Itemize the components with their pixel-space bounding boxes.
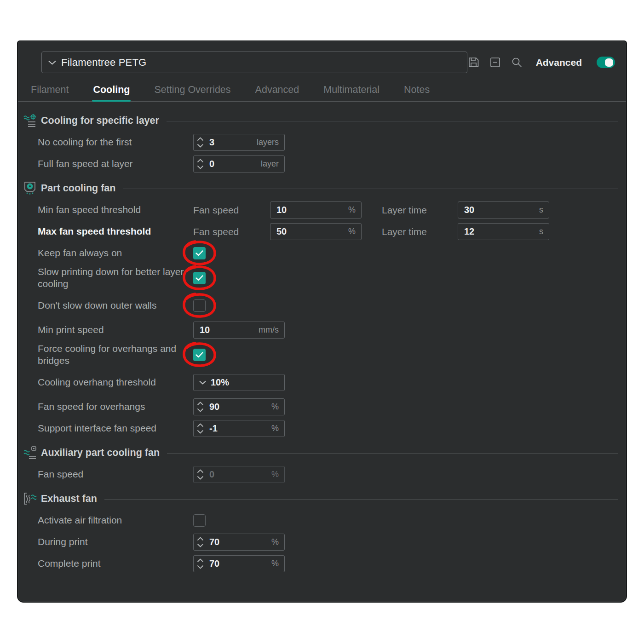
setting-label: Cooling overhang threshold [38, 376, 193, 388]
spinner-arrows-icon[interactable] [194, 558, 207, 569]
setting-label: Fan speed for overhangs [38, 401, 193, 413]
setting-label: Support interface fan speed [38, 422, 193, 434]
cooling-overhang-threshold-select[interactable]: 10% [193, 374, 285, 391]
chevron-down-icon [48, 60, 56, 65]
force-cooling-overhangs-checkbox[interactable] [193, 349, 206, 361]
input-value: 10 [276, 205, 287, 215]
input-value: 10 [200, 325, 210, 335]
checkbox-wrap [193, 514, 206, 527]
save-icon[interactable] [467, 56, 480, 69]
check-icon [196, 275, 203, 281]
dont-slow-outer-walls-checkbox[interactable] [193, 299, 206, 312]
input-value: 50 [276, 226, 287, 237]
setting-label: Fan speed [38, 468, 193, 480]
selected-option: 10% [211, 377, 229, 388]
input-value: 70 [209, 537, 219, 547]
setting-label: Max fan speed threshold [38, 225, 193, 237]
setting-label: Keep fan always on [38, 247, 193, 259]
setting-row-no-cooling-first: No cooling for the first 3 layers [18, 132, 622, 153]
setting-row-during-print: During print 70 % [18, 531, 622, 553]
max-threshold-layer-time-input[interactable]: 12 s [458, 223, 549, 240]
tab-setting-overrides[interactable]: Setting Overrides [153, 82, 231, 101]
input-unit: s [539, 227, 543, 236]
keep-fan-on-checkbox[interactable] [193, 247, 206, 259]
input-unit: s [539, 205, 543, 215]
section-part-cooling-fan: Part cooling fan [18, 177, 622, 199]
aux-fan-icon [23, 446, 37, 460]
slow-printing-checkbox[interactable] [193, 272, 206, 284]
spinner-arrows-icon[interactable] [194, 137, 207, 148]
section-title: Exhaust fan [41, 493, 97, 505]
setting-label: Don't slow down outer walls [38, 299, 193, 311]
setting-row-slow-printing: Slow printing down for better layer cool… [18, 264, 622, 292]
input-value: 0 [209, 159, 214, 169]
input-unit: % [271, 470, 279, 479]
preset-name: Filamentree PETG [61, 57, 146, 69]
complete-print-input[interactable]: 70 % [193, 555, 285, 572]
spinner-arrows-icon[interactable] [194, 159, 207, 169]
min-print-speed-input[interactable]: 10 mm/s [193, 322, 285, 339]
input-value: 0 [209, 469, 214, 480]
chevron-down-icon [199, 380, 206, 385]
setting-row-fan-speed-overhangs: Fan speed for overhangs 90 % [18, 396, 622, 418]
setting-row-cooling-overhang-threshold: Cooling overhang threshold 10% [18, 368, 622, 396]
setting-row-support-interface-fan-speed: Support interface fan speed -1 % [18, 418, 622, 439]
cooling-layer-icon [23, 114, 37, 127]
setting-label: During print [38, 536, 193, 548]
check-icon [196, 250, 203, 256]
section-rule [104, 499, 618, 500]
no-cooling-first-input[interactable]: 3 layers [193, 134, 285, 151]
search-icon[interactable] [511, 56, 523, 69]
spinner-arrows-icon[interactable] [194, 423, 207, 434]
min-threshold-layer-time-input[interactable]: 30 s [458, 201, 549, 218]
sub-label-layer-time: Layer time [382, 226, 458, 237]
section-exhaust-fan: Exhaust fan [18, 488, 622, 510]
preset-selector[interactable]: Filamentree PETG [41, 52, 467, 73]
input-unit: mm/s [259, 325, 279, 335]
topbar: Filamentree PETG Advanced [41, 52, 615, 73]
during-print-input[interactable]: 70 % [193, 534, 285, 551]
setting-row-max-fan-threshold: Max fan speed threshold Fan speed 50 % L… [18, 221, 622, 242]
input-value: -1 [209, 423, 218, 434]
tab-filament[interactable]: Filament [30, 82, 69, 101]
section-rule [167, 453, 618, 454]
checkbox-wrap [193, 247, 206, 259]
input-value: 30 [464, 205, 474, 215]
spinner-arrows-icon [194, 469, 207, 480]
setting-row-full-fan-layer: Full fan speed at layer 0 layer [18, 153, 622, 175]
support-interface-fan-speed-input[interactable]: -1 % [193, 420, 285, 437]
spinner-arrows-icon[interactable] [194, 402, 207, 412]
setting-row-keep-fan-on: Keep fan always on [18, 242, 622, 264]
exhaust-fan-icon [23, 492, 37, 506]
input-unit: layer [261, 159, 279, 169]
sub-label-fan-speed: Fan speed [193, 226, 270, 237]
tab-multimaterial[interactable]: Multimaterial [322, 82, 380, 101]
input-unit: % [271, 402, 279, 412]
setting-row-air-filtration: Activate air filtration [18, 510, 622, 531]
full-fan-layer-input[interactable]: 0 layer [193, 155, 285, 172]
tab-advanced[interactable]: Advanced [254, 82, 300, 101]
max-threshold-fan-speed-input[interactable]: 50 % [270, 223, 362, 240]
input-value: 70 [209, 558, 219, 569]
tab-notes[interactable]: Notes [403, 82, 431, 101]
tab-cooling[interactable]: Cooling [92, 82, 131, 101]
input-value: 12 [464, 226, 474, 237]
filament-settings-window: Filamentree PETG Advanced Filament [17, 40, 627, 603]
sub-label-layer-time: Layer time [382, 205, 458, 216]
fan-speed-overhangs-input[interactable]: 90 % [193, 398, 285, 415]
min-threshold-fan-speed-input[interactable]: 10 % [270, 201, 362, 218]
section-title: Part cooling fan [41, 183, 115, 194]
part-cooling-fan-icon [23, 181, 37, 195]
setting-label: Activate air filtration [38, 514, 193, 526]
advanced-toggle[interactable] [597, 57, 615, 68]
section-auxiliary-fan: Auxiliary part cooling fan [18, 442, 622, 464]
setting-label: Slow printing down for better layer cool… [38, 266, 193, 290]
air-filtration-checkbox[interactable] [193, 514, 206, 527]
spinner-arrows-icon[interactable] [194, 537, 207, 547]
check-icon [196, 352, 203, 358]
section-title: Auxiliary part cooling fan [41, 447, 160, 459]
input-unit: % [271, 424, 279, 433]
collapse-icon[interactable] [489, 56, 501, 69]
setting-label: Force cooling for overhangs and bridges [38, 343, 193, 367]
checkbox-wrap [193, 272, 206, 284]
